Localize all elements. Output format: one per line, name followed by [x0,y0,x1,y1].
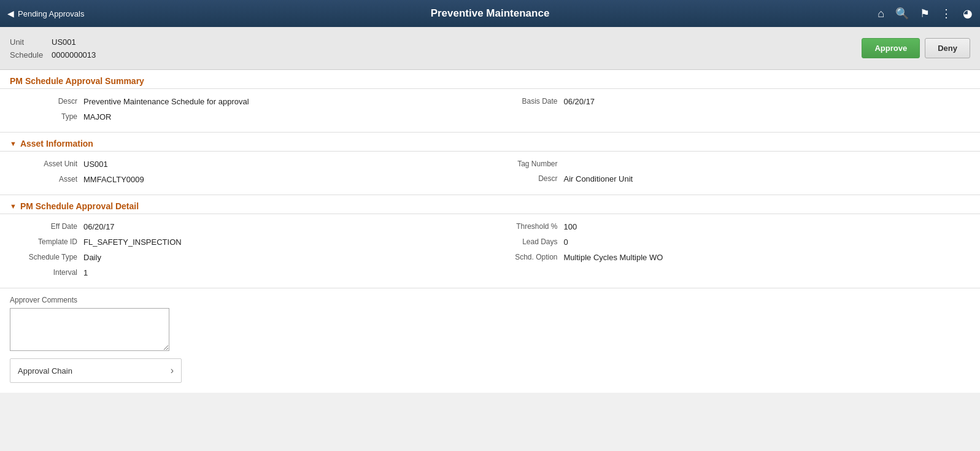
asset-descr-value: Air Conditioner Unit [564,174,633,183]
eff-date-value: 06/20/17 [83,222,115,231]
asset-info-toggle[interactable]: ▼ Asset Information [10,139,970,148]
pm-detail-title: PM Schedule Approval Detail [20,201,139,211]
deny-button[interactable]: Deny [925,38,970,58]
asset-descr-label: Descr [490,174,564,183]
eff-date-row: Eff Date 06/20/17 [10,219,490,234]
lead-days-value: 0 [564,237,568,247]
back-label: Pending Approvals [18,9,84,18]
lead-days-label: Lead Days [490,237,564,246]
asset-value: MMFACLTY0009 [83,175,144,184]
flag-icon[interactable]: ⚑ [920,7,930,20]
topbar-buttons: Approve Deny [862,38,970,58]
unit-value: US001 [52,37,76,47]
back-arrow-icon: ◀ [7,9,14,18]
threshold-row: Threshold % 100 [490,219,971,234]
template-id-label: Template ID [10,237,83,246]
pm-summary-fields: Descr Preventive Maintenance Schedule fo… [0,89,980,133]
asset-unit-row: Asset Unit US001 [10,156,490,172]
pm-summary-title: PM Schedule Approval Summary [10,76,144,86]
asset-info-title: Asset Information [20,139,93,148]
home-icon[interactable]: ⌂ [878,7,884,20]
topbar: Unit US001 Schedule 0000000013 Approve D… [0,27,980,70]
schedule-label: Schedule [10,50,47,60]
schedule-row: Schedule 0000000013 [10,50,96,60]
tag-number-label: Tag Number [490,160,564,168]
template-id-value: FL_SAFETY_INSPECTION [83,237,182,247]
schedule-type-row: Schedule Type Daily [10,250,490,265]
approval-chain-button[interactable]: Approval Chain › [10,358,182,383]
interval-label: Interval [10,268,83,277]
asset-info-header[interactable]: ▼ Asset Information [0,133,980,152]
asset-row: Asset MMFACLTY0009 [10,172,490,187]
pm-detail-chevron-icon: ▼ [10,202,17,210]
descr-row: Descr Preventive Maintenance Schedule fo… [10,94,490,109]
compass-icon[interactable]: ◕ [963,7,973,20]
lead-days-row: Lead Days 0 [490,234,971,250]
pm-detail-header[interactable]: ▼ PM Schedule Approval Detail [0,195,980,214]
topbar-info: Unit US001 Schedule 0000000013 [10,37,96,60]
asset-label: Asset [10,175,83,183]
back-button[interactable]: ◀ Pending Approvals [7,9,106,18]
tag-number-row: Tag Number [490,156,971,171]
asset-unit-value: US001 [83,160,108,169]
approver-comments-input[interactable] [10,308,169,351]
type-row: Type MAJOR [10,109,490,125]
type-value: MAJOR [83,112,112,121]
main-content: PM Schedule Approval Summary Descr Preve… [0,70,980,393]
schedule-value: 0000000013 [52,50,96,60]
schedule-type-value: Daily [83,253,101,262]
approver-comments-label: Approver Comments [10,296,970,304]
app-header: ◀ Pending Approvals Preventive Maintenan… [0,0,980,27]
schd-option-label: Schd. Option [490,253,564,261]
asset-info-chevron-icon: ▼ [10,140,17,147]
schd-option-value: Multiple Cycles Multiple WO [564,253,663,262]
unit-label: Unit [10,37,47,47]
pm-summary-header: PM Schedule Approval Summary [0,70,980,89]
interval-value: 1 [83,268,88,277]
template-id-row: Template ID FL_SAFETY_INSPECTION [10,234,490,250]
header-icons: ⌂ 🔍 ⚑ ⋮ ◕ [874,7,973,20]
pm-detail-toggle[interactable]: ▼ PM Schedule Approval Detail [10,201,970,211]
approval-chain-label: Approval Chain [18,366,72,376]
basis-date-label: Basis Date [490,97,564,106]
descr-value: Preventive Maintenance Schedule for appr… [83,97,249,106]
type-label: Type [10,112,83,121]
schedule-type-label: Schedule Type [10,253,83,261]
page-title: Preventive Maintenance [106,7,874,20]
search-icon[interactable]: 🔍 [895,7,909,20]
approve-button[interactable]: Approve [862,38,920,58]
eff-date-label: Eff Date [10,222,83,231]
more-icon[interactable]: ⋮ [941,7,952,20]
basis-date-row: Basis Date 06/20/17 [490,94,971,109]
schd-option-row: Schd. Option Multiple Cycles Multiple WO [490,250,971,265]
unit-row: Unit US001 [10,37,96,47]
pm-detail-fields: Eff Date 06/20/17 Template ID FL_SAFETY_… [0,214,980,288]
asset-info-fields: Asset Unit US001 Asset MMFACLTY0009 Tag … [0,152,980,195]
approval-chain-arrow-icon: › [171,365,174,376]
descr-label: Descr [10,97,83,106]
basis-date-value: 06/20/17 [564,97,595,106]
asset-unit-label: Asset Unit [10,160,83,168]
interval-row: Interval 1 [10,265,490,280]
threshold-label: Threshold % [490,222,564,231]
threshold-value: 100 [564,222,577,231]
asset-descr-row: Descr Air Conditioner Unit [490,171,971,187]
approval-chain-section: Approval Chain › [0,358,980,393]
approver-comments-section: Approver Comments [0,288,980,358]
